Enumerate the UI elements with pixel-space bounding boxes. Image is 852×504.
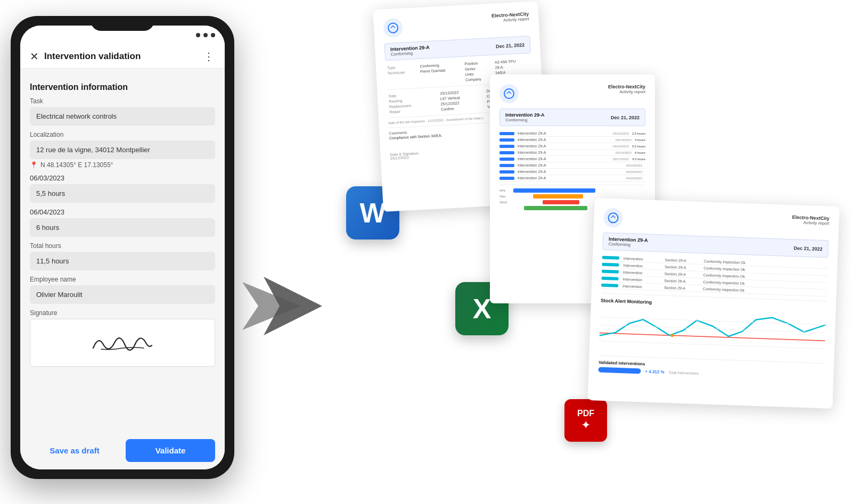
acrobat-icon: ✦ (581, 418, 591, 432)
doc2-date: Dec 21, 2022 (611, 115, 640, 120)
svg-point-2 (388, 23, 398, 33)
validate-button[interactable]: Validate (126, 439, 215, 462)
doc3-header: Electro-NextCity Activity report (603, 208, 830, 235)
doc3-row-list: InterventionSection 29-AConformity inspe… (601, 254, 828, 297)
list-item: Intervention 29-A03/14/20224 hours (499, 137, 645, 143)
stock-chart-svg (599, 307, 826, 357)
doc1-intervention-bar: Intervention 29-A Conforming Dec 21, 202… (384, 36, 531, 61)
doc2-intervention-label: Intervention 29-A (505, 112, 545, 118)
date2-label: 06/04/2023 (30, 208, 215, 216)
phone-footer: Save as draft Validate (20, 432, 225, 469)
doc3-date: Dec 21, 2022 (794, 245, 823, 252)
task-field[interactable]: Electrical network controls (30, 107, 215, 126)
excel-letter: X (473, 293, 491, 325)
stock-chart-area: Stock Alert Monitoring (599, 293, 827, 359)
list-item: Intervention 29-A03/18/2022 (499, 162, 645, 169)
list-item: Intervention 29-A03/17/20224.5 hours (499, 156, 645, 162)
gps-row: 📍 N 48.14305° E 17.13055° (30, 161, 215, 169)
wifi-icon (203, 33, 208, 37)
svg-line-7 (600, 317, 826, 325)
doc2-row-list: Intervention 29-A03/12/20222.5 hours Int… (499, 130, 645, 181)
validated-bar-section: Validated interventions + 4.312 % Total … (598, 356, 824, 381)
doc2-title-block: Electro-NextCity Activity report (608, 84, 645, 94)
employee-label: Employee name (30, 276, 215, 283)
signature-svg (85, 327, 160, 359)
doc2-status: Conforming (505, 118, 545, 122)
phone-screen: ✕ Intervention validation ⋮ Intervention… (20, 26, 225, 469)
send-arrow-icon (242, 271, 322, 343)
task-label: Task (30, 97, 215, 105)
signature-label: Signature (30, 309, 215, 317)
doc3-intervention-bar: Intervention 29-A Conforming Dec 21, 202… (602, 233, 829, 258)
svg-point-3 (504, 89, 514, 98)
doc3-title-block: Electro-NextCity Activity report (792, 214, 830, 226)
signature-field[interactable] (30, 319, 215, 367)
gantt-row-2: Flex (499, 194, 645, 199)
word-letter: W (359, 197, 386, 229)
doc2-header: Electro-NextCity Activity report (499, 84, 645, 103)
svg-line-5 (600, 333, 825, 341)
doc1-signature-label: Date & Signature25/12/2022 (390, 151, 419, 160)
date1-label: 06/03/2023 (30, 174, 215, 182)
gps-icon: 📍 (30, 161, 38, 169)
report-document-3: Electro-NextCity Activity report Interve… (588, 198, 840, 409)
phone-shell: ✕ Intervention validation ⋮ Intervention… (11, 16, 234, 479)
doc2-company: Electro-NextCity (608, 84, 645, 89)
date2-hours-field[interactable]: 6 hours (30, 218, 215, 237)
svg-line-9 (599, 341, 825, 349)
phone-mockup: ✕ Intervention validation ⋮ Intervention… (11, 16, 234, 484)
svg-point-4 (608, 213, 618, 223)
screen-title: Intervention validation (44, 51, 198, 62)
phone-header: ✕ Intervention validation ⋮ (20, 45, 225, 69)
list-item: Intervention 29-A03/12/20222.5 hours (499, 130, 645, 137)
doc1-logo (383, 18, 403, 38)
phone-notch (91, 16, 154, 31)
validated-percentage: + 4.312 % (645, 369, 665, 374)
section-title: Intervention information (30, 82, 215, 92)
list-item: Intervention 29-A03/18/2022 (499, 169, 645, 175)
doc3-logo (603, 208, 623, 228)
signal-icon (196, 33, 200, 37)
doc2-report-title: Activity report (608, 89, 645, 94)
doc2-logo (499, 84, 519, 103)
validated-label: Total interventions (669, 370, 699, 375)
total-hours-field: 11,5 hours (30, 252, 215, 270)
doc3-report-title: Activity report (792, 220, 829, 226)
validated-progress-bar (598, 367, 641, 374)
localization-label: Localization (30, 131, 215, 138)
battery-icon (211, 33, 215, 37)
list-item: Intervention 29-A03/15/20225.5 hours (499, 143, 645, 150)
gantt-row-1: HFe (499, 188, 645, 193)
date1-hours-field[interactable]: 5,5 hours (30, 184, 215, 203)
form-content: Intervention information Task Electrical… (20, 69, 225, 432)
close-icon[interactable]: ✕ (30, 50, 39, 63)
pdf-text: PDF (577, 409, 594, 418)
pdf-app-icon: PDF ✦ (564, 399, 607, 442)
save-draft-button[interactable]: Save as draft (30, 439, 119, 462)
doc1-header: Electro-NextCity Activity report (383, 11, 530, 38)
gps-value: N 48.14305° E 17.13055° (40, 161, 113, 169)
doc1-title-block: Electro-NextCity Activity report (491, 11, 529, 23)
total-label: Total hours (30, 242, 215, 250)
doc2-intervention-bar: Intervention 29-A Conforming Dec 21, 202… (499, 109, 645, 126)
list-item: Intervention 29-A03/15/20226 hours (499, 150, 645, 156)
doc1-date: Dec 21, 2022 (496, 42, 525, 49)
address-field[interactable]: 12 rue de la vigne, 34012 Montpellier (30, 141, 215, 159)
menu-icon[interactable]: ⋮ (203, 50, 215, 63)
list-item: Intervention 29-A04/20/2022 (499, 175, 645, 181)
employee-field[interactable]: Olivier Maroulit (30, 285, 215, 304)
